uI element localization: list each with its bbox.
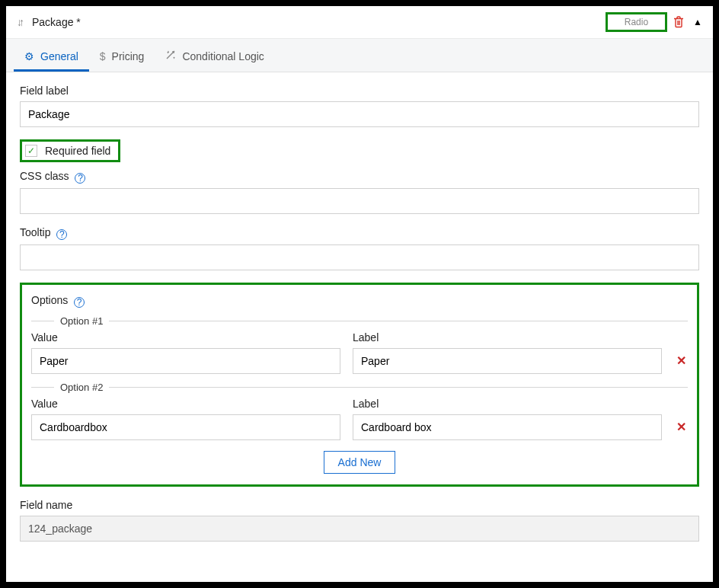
gear-icon: ⚙ [24,50,34,62]
help-icon[interactable]: ? [74,297,85,308]
option-label-input[interactable] [353,414,662,440]
option-1: Option #1 Value Label ✕ [31,315,688,374]
help-icon[interactable]: ? [56,229,67,240]
css-class-label-text: CSS class [20,170,69,182]
field-label-label: Field label [20,85,699,97]
field-title: Package * [32,16,81,28]
trash-icon [673,16,684,28]
required-checkbox-row[interactable]: ✓ Required field [20,139,120,162]
wand-icon [165,50,176,62]
option-value-input[interactable] [31,414,340,440]
checkbox-icon: ✓ [25,145,37,157]
delete-field-button[interactable] [673,16,684,28]
required-label: Required field [45,145,110,157]
option-label-label: Label [353,331,662,344]
field-name-input [20,516,699,542]
delete-option-button[interactable]: ✕ [674,353,688,374]
options-label: Options ? [31,294,688,308]
option-value-label: Value [31,398,340,410]
tab-conditional-label: Conditional Logic [182,50,264,62]
field-name-label: Field name [20,499,699,511]
field-type-badge: Radio [606,12,667,32]
tabs: ⚙ General $ Pricing Conditional Logic [6,39,713,72]
field-header: ↓↑ Package * Radio ▲ [6,6,713,39]
field-label-input[interactable] [20,101,699,127]
drag-handle-icon[interactable]: ↓↑ [17,16,21,28]
tab-general[interactable]: ⚙ General [14,39,89,72]
dollar-icon: $ [100,50,106,62]
option-value-input[interactable] [31,348,340,374]
css-class-label: CSS class ? [20,170,699,184]
tab-pricing[interactable]: $ Pricing [89,39,155,72]
option-value-label: Value [31,331,340,344]
css-class-input[interactable] [20,188,699,214]
tooltip-label-text: Tooltip [20,226,50,238]
tab-conditional-logic[interactable]: Conditional Logic [155,39,274,72]
tab-pricing-label: Pricing [112,50,145,62]
option-legend: Option #2 [54,382,109,393]
option-label-label: Label [353,398,662,410]
option-2: Option #2 Value Label ✕ [31,382,688,440]
add-new-option-button[interactable]: Add New [324,451,396,474]
collapse-button[interactable]: ▲ [693,17,702,27]
tab-general-label: General [40,50,78,62]
option-label-input[interactable] [353,348,662,374]
help-icon[interactable]: ? [75,173,85,184]
option-legend: Option #1 [54,315,109,327]
tooltip-label: Tooltip ? [20,226,699,240]
tooltip-input[interactable] [20,244,699,270]
options-section: Options ? Option #1 Value Label [20,283,699,487]
delete-option-button[interactable]: ✕ [674,420,688,440]
options-label-text: Options [31,294,68,306]
